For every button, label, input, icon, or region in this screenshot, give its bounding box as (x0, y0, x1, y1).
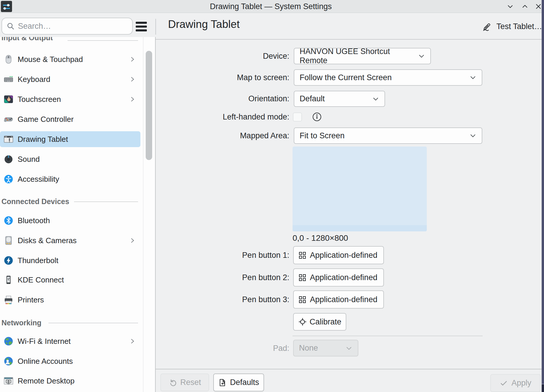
printer-icon (4, 295, 13, 304)
globe-user-icon (4, 356, 13, 366)
chevron-down-icon (469, 132, 476, 139)
sidebar-item-drawing-tablet[interactable]: Drawing Tablet (0, 129, 143, 149)
desktop-background-edge (542, 0, 544, 392)
sidebar-item-remote-desktop[interactable]: Remote Desktop (0, 371, 143, 391)
map-to-screen-value: Follow the Current Screen (300, 73, 392, 82)
chevron-right-icon (129, 338, 136, 344)
page-title: Drawing Tablet (168, 18, 240, 31)
bluetooth-icon (4, 216, 13, 225)
sidebar-item-game-controller[interactable]: Game Controller (0, 109, 143, 129)
info-icon[interactable] (312, 112, 322, 122)
left-handed-checkbox[interactable] (293, 112, 302, 122)
apply-label: Apply (511, 378, 531, 388)
globe-icon (4, 337, 13, 346)
section-divider (68, 40, 138, 41)
maximize-icon[interactable] (521, 2, 529, 11)
sidebar-item-label: Bluetooth (18, 211, 50, 231)
undo-icon (169, 378, 177, 387)
sidebar-item-label: Accessibility (18, 169, 59, 189)
titlebar[interactable]: Drawing Tablet — System Settings (0, 0, 544, 13)
crosshair-icon (298, 318, 307, 326)
hamburger-menu-icon[interactable] (136, 22, 147, 32)
chevron-down-icon (418, 53, 425, 60)
minimize-icon[interactable] (506, 2, 515, 11)
drawing-tablet-icon (4, 134, 13, 144)
calibrate-button[interactable]: Calibrate (293, 313, 346, 331)
sidebar-scrollbar-thumb[interactable] (146, 51, 152, 160)
orientation-value: Default (300, 94, 325, 103)
search-input[interactable] (18, 22, 128, 31)
chevron-down-icon (469, 74, 476, 81)
pen-button-2-button[interactable]: Application-defined (293, 268, 384, 287)
orientation-combobox[interactable]: Default (294, 91, 385, 107)
chevron-right-icon (129, 56, 136, 63)
mouse-icon (4, 55, 13, 64)
sidebar-section-networking: Networking (1, 319, 41, 327)
orientation-label: Orientation: (166, 95, 289, 103)
chevron-right-icon (129, 76, 136, 83)
mapped-area-preview[interactable] (293, 147, 427, 231)
pen-button-2-value: Application-defined (310, 273, 377, 282)
calibrate-label: Calibrate (310, 317, 341, 327)
pen-button-3-button[interactable]: Application-defined (293, 290, 384, 309)
sidebar-section-input-output: Input & Output (1, 37, 53, 42)
sidebar-item-kde-connect[interactable]: KDE Connect (0, 270, 143, 290)
sidebar-item-label: Wi-Fi & Internet (18, 331, 71, 351)
search-icon (6, 22, 15, 31)
defaults-label: Defaults (230, 378, 259, 387)
sidebar-item-bluetooth[interactable]: Bluetooth (0, 211, 143, 231)
sidebar-item-sound[interactable]: Sound (0, 149, 143, 169)
pen-button-1-button[interactable]: Application-defined (293, 246, 384, 264)
device-value: HANVON UGEE Shortcut Remote (300, 47, 418, 65)
sidebar-item-label: Drawing Tablet (18, 129, 68, 149)
touchscreen-icon (4, 95, 13, 104)
sidebar-item-online-accounts[interactable]: Online Accounts (0, 351, 143, 371)
sidebar-item-wifi-internet[interactable]: Wi-Fi & Internet (0, 331, 143, 351)
checkmark-icon (500, 379, 508, 387)
chevron-right-icon (129, 96, 136, 102)
chevron-down-icon (372, 95, 379, 102)
accessibility-icon (4, 174, 13, 184)
pad-value: None (299, 344, 318, 353)
sidebar-item-accessibility[interactable]: Accessibility (0, 169, 143, 189)
sidebar-item-printers[interactable]: Printers (0, 290, 143, 310)
thunderbolt-icon (4, 256, 13, 265)
reset-label: Reset (180, 378, 201, 387)
mapped-area-value: Fit to Screen (300, 131, 345, 140)
sidebar-scrollbar-track[interactable] (143, 37, 156, 392)
mapped-area-combobox[interactable]: Fit to Screen (294, 127, 482, 144)
desktop-background-window-edge (542, 384, 544, 392)
system-settings-window: Drawing Tablet — System Settings Drawing… (0, 0, 544, 392)
pen-button-1-value: Application-defined (310, 251, 377, 260)
grid-icon (298, 251, 306, 259)
mapped-area-preview-band (293, 225, 427, 231)
sidebar-item-thunderbolt[interactable]: Thunderbolt (0, 250, 143, 270)
remote-desktop-icon (4, 376, 13, 386)
sidebar-item-label: Sound (18, 149, 40, 169)
sidebar: Input & Output Mouse & Touchpad Keyboard (0, 37, 143, 392)
device-label: Device: (166, 52, 289, 60)
sidebar-item-mouse-touchpad[interactable]: Mouse & Touchpad (0, 49, 143, 69)
sidebar-item-label: Keyboard (18, 69, 50, 89)
sidebar-item-label: Touchscreen (18, 89, 61, 109)
sidebar-item-label: Printers (18, 290, 44, 310)
map-to-screen-combobox[interactable]: Follow the Current Screen (294, 69, 482, 86)
test-tablet-label: Test Tablet… (496, 22, 542, 31)
chevron-right-icon (129, 237, 136, 244)
device-combobox[interactable]: HANVON UGEE Shortcut Remote (294, 48, 431, 64)
mapped-area-label: Mapped Area: (166, 132, 289, 140)
search-box[interactable] (1, 18, 133, 35)
keyboard-icon (4, 75, 13, 84)
hard-drive-icon (4, 236, 13, 245)
sidebar-item-label: Game Controller (18, 109, 74, 129)
section-divider (48, 323, 138, 323)
sidebar-item-touchscreen[interactable]: Touchscreen (0, 89, 143, 109)
defaults-button[interactable]: Defaults (213, 374, 264, 391)
sidebar-item-keyboard[interactable]: Keyboard (0, 69, 143, 89)
reset-button: Reset (160, 374, 209, 391)
sidebar-item-disks-cameras[interactable]: Disks & Cameras (0, 231, 143, 250)
test-tablet-button[interactable]: Test Tablet… (482, 18, 542, 35)
chevron-down-icon (345, 345, 352, 352)
grid-icon (298, 296, 306, 304)
pen-button-3-value: Application-defined (310, 295, 377, 304)
